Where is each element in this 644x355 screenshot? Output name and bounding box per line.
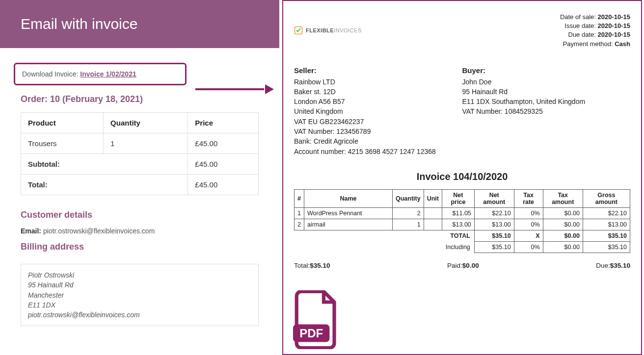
- order-title: Order: 10 (February 18, 2021): [21, 94, 259, 104]
- sum-due: $35.10: [610, 262, 630, 269]
- item-neta: $22.10: [474, 207, 514, 219]
- item-tax: $0.00: [543, 207, 583, 219]
- item-unit: [424, 219, 442, 230]
- col-net-price: Net price: [442, 189, 474, 207]
- sum-total-label: Total:: [294, 262, 310, 269]
- item-n: 1: [295, 207, 304, 219]
- cell-product: Trousers: [21, 133, 104, 154]
- buyer-street: 95 Hainault Rd: [462, 87, 631, 97]
- including-label: Including: [295, 241, 475, 253]
- billing-address: Piotr Ostrowski 95 Hainault Rd Mancheste…: [21, 264, 259, 326]
- col-unit: Unit: [424, 189, 442, 207]
- billing-name: Piotr Ostrowski: [28, 270, 251, 280]
- seller-country: United Kingdom: [294, 106, 462, 116]
- table-row: 2 airmail 1 $13.00 $13.00 0% $0.00 $13.0…: [295, 219, 630, 230]
- total-net: $35.10: [474, 230, 514, 241]
- seller-bank: Bank: Credit Agricole: [294, 136, 462, 146]
- payment-method: Cash: [615, 40, 630, 48]
- buyer-city: E11 1DX Southampton, United Kingdom: [462, 97, 631, 106]
- email-header-title: Email with invoice: [21, 16, 137, 32]
- item-tax: $0.00: [543, 219, 583, 230]
- download-prefix: Download Invoice:: [22, 70, 80, 78]
- table-header-row: # Name Quantity Unit Net price Net amoun…: [295, 189, 630, 207]
- order-table: Product Quantity Price Trousers 1 £45.00…: [21, 112, 259, 195]
- invoice-summary: Total:$35.10 Paid:$0.00 Due:$35.10: [294, 262, 630, 269]
- logo-icon: [294, 26, 303, 35]
- inc-gross: $35.10: [583, 241, 630, 253]
- seller-account: Account number: 4215 3698 4527 1247 1236…: [294, 147, 462, 156]
- cell-price: £45.00: [188, 133, 259, 154]
- logo-text: FLEXIBLEINVOICES: [306, 27, 362, 33]
- billing-postcode: E11 1DX: [28, 300, 251, 310]
- pdf-icon-label: PDF: [299, 327, 323, 340]
- customer-email-label: Email:: [21, 227, 41, 235]
- col-tax-amount: Tax amount: [543, 189, 583, 207]
- seller-city: London A56 B57: [294, 97, 462, 106]
- inc-net: $35.10: [474, 241, 514, 253]
- seller-vat-eu: VAT EU GB223462237: [294, 117, 462, 127]
- logo: FLEXIBLEINVOICES: [294, 13, 362, 49]
- seller-heading: Seller:: [294, 65, 462, 76]
- table-total-row: Total: £45.00: [21, 175, 259, 195]
- col-gross: Gross amount: [583, 189, 630, 207]
- total-tax: $0.00: [543, 230, 583, 241]
- email-panel: Email with invoice Download Invoice: Inv…: [0, 0, 279, 355]
- item-rate: 0%: [514, 207, 543, 219]
- table-subtotal-row: Subtotal: £45.00: [21, 154, 259, 175]
- due-date: 2020-10-15: [598, 31, 631, 38]
- date-of-sale: 2020-10-15: [598, 13, 631, 21]
- billing-street: 95 Hainault Rd: [28, 280, 251, 290]
- customer-details: Customer details Email: piotr.ostrowski@…: [21, 210, 259, 259]
- invoice-meta: Date of sale: 2020-10-15 Issue date: 202…: [560, 13, 630, 49]
- subtotal-value: £45.00: [188, 154, 259, 175]
- total-gross: $35.10: [583, 230, 630, 241]
- inc-tax: $0.00: [543, 241, 583, 253]
- total-label: Total:: [21, 175, 188, 195]
- item-netp: $13.00: [442, 219, 474, 230]
- customer-email-value: piotr.ostrowski@flexibleinvoices.com: [43, 227, 155, 235]
- item-neta: $13.00: [474, 219, 514, 230]
- col-name: Name: [304, 189, 392, 207]
- item-name: WordPress Pennant: [304, 207, 392, 219]
- seller-block: Seller: Rainbow LTD Baker st. 12D London…: [294, 65, 462, 156]
- table-row: Trousers 1 £45.00: [21, 133, 259, 154]
- col-num: #: [295, 189, 304, 207]
- table-header-row: Product Quantity Price: [21, 113, 259, 133]
- sum-paid: $0.00: [462, 262, 479, 269]
- total-label: TOTAL: [295, 230, 475, 241]
- email-header: Email with invoice: [0, 0, 279, 48]
- item-n: 2: [295, 219, 304, 230]
- buyer-name: John Doe: [462, 77, 631, 87]
- item-gross: $13.00: [583, 219, 630, 230]
- col-price: Price: [188, 113, 259, 133]
- due-date-label: Due date:: [568, 31, 596, 38]
- table-row: 1 WordPress Pennant 2 $11.05 $22.10 0% $…: [295, 207, 630, 219]
- customer-details-heading: Customer details: [21, 210, 259, 220]
- item-rate: 0%: [514, 219, 543, 230]
- sum-due-label: Due:: [596, 262, 610, 269]
- table-including-row: Including $35.10 0% $0.00 $35.10: [295, 241, 630, 253]
- pdf-icon: PDF: [292, 290, 341, 349]
- issue-date-label: Issue date:: [564, 22, 596, 29]
- col-tax-rate: Tax rate: [514, 189, 543, 207]
- table-total-row: TOTAL $35.10 X $0.00 $35.10: [295, 230, 630, 241]
- date-of-sale-label: Date of sale:: [560, 13, 596, 21]
- download-invoice-link[interactable]: Invoice 1/02/2021: [80, 70, 136, 78]
- item-unit: [424, 207, 442, 219]
- invoice-panel: FLEXIBLEINVOICES Date of sale: 2020-10-1…: [282, 0, 642, 355]
- billing-city: Manchester: [28, 290, 251, 300]
- billing-email: piotr.ostrowski@flexibleinvoices.com: [28, 310, 251, 320]
- cell-quantity: 1: [104, 133, 188, 154]
- buyer-vat: VAT Number: 1084529325: [462, 106, 631, 116]
- item-gross: $22.10: [583, 207, 630, 219]
- item-qty: 1: [392, 219, 424, 230]
- billing-heading: Billing address: [21, 242, 259, 252]
- item-name: airmail: [304, 219, 392, 230]
- total-rate: X: [514, 230, 543, 241]
- customer-email-row: Email: piotr.ostrowski@flexibleinvoices.…: [21, 227, 259, 235]
- col-qty: Quantity: [392, 189, 424, 207]
- sum-total: $35.10: [310, 262, 330, 269]
- subtotal-label: Subtotal:: [21, 154, 188, 175]
- seller-street: Baker st. 12D: [294, 87, 462, 97]
- invoice-title: Invoice 104/10/2020: [294, 171, 630, 182]
